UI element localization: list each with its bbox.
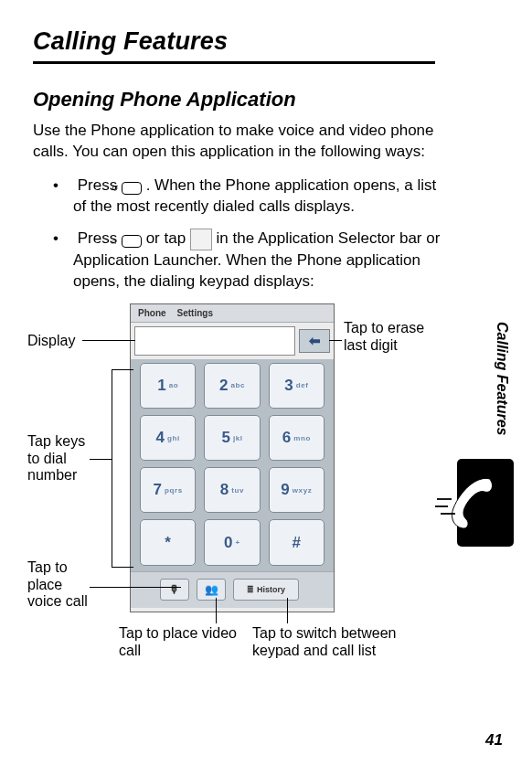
video-icon: 👥 xyxy=(205,583,218,596)
lead-voice xyxy=(90,587,181,588)
key-4-num: 4 xyxy=(156,429,165,447)
lead-display xyxy=(82,340,135,341)
key-6[interactable]: 6mno xyxy=(269,415,325,461)
key-hash-num: # xyxy=(293,534,301,552)
history-button[interactable]: ≣ History xyxy=(233,579,299,601)
key-8-num: 8 xyxy=(220,481,229,499)
video-call-button[interactable]: 👥 xyxy=(197,579,226,601)
backspace-icon: ⬅ xyxy=(309,333,321,349)
lead-keys-v xyxy=(112,369,112,567)
title-rule xyxy=(33,61,435,64)
history-label: History xyxy=(257,585,285,594)
key-6-num: 6 xyxy=(282,429,291,447)
key-9-num: 9 xyxy=(281,481,289,499)
callout-voice: Tap to place voice call xyxy=(27,559,101,612)
key-9[interactable]: 9wxyz xyxy=(269,467,325,513)
bullet-2: Press ⌂ or tap in the Application Select… xyxy=(33,229,446,293)
key-3-num: 3 xyxy=(284,377,293,395)
key-8-sub: tuv xyxy=(231,486,244,495)
key-3[interactable]: 3def xyxy=(269,363,325,409)
key-1[interactable]: 1ao xyxy=(140,363,196,409)
key-0[interactable]: 0+ xyxy=(204,519,260,565)
lead-keys-h3 xyxy=(90,459,112,460)
list-icon: ≣ xyxy=(247,585,254,594)
key-7-num: 7 xyxy=(154,481,162,499)
handset-illustration xyxy=(457,459,514,547)
callout-display: Display xyxy=(27,333,75,350)
voice-call-button[interactable]: 🎙 xyxy=(160,579,189,601)
key-2-num: 2 xyxy=(219,377,228,395)
key-1-sub: ao xyxy=(169,381,179,389)
key-7[interactable]: 7pqrs xyxy=(140,467,196,513)
key-9-sub: wxyz xyxy=(293,486,313,495)
key-2[interactable]: 2abc xyxy=(204,363,260,409)
key-hash[interactable]: # xyxy=(269,519,325,565)
key-0-sub: + xyxy=(236,538,240,547)
bullet-1: Press ↺ . When the Phone application ope… xyxy=(33,176,446,218)
callout-video: Tap to place video call xyxy=(119,625,247,660)
lead-video xyxy=(216,598,217,623)
key-4-sub: ghi xyxy=(167,434,180,442)
key-3-sub: def xyxy=(296,381,309,389)
menu-settings[interactable]: Settings xyxy=(177,308,213,318)
phone-screenshot: Phone Settings ⬅ 1ao 2abc 3def 4ghi 5jkl… xyxy=(130,303,335,612)
key-4[interactable]: 4ghi xyxy=(140,415,196,461)
key-star-num: * xyxy=(165,534,171,552)
softkey-row: 🎙 👥 ≣ History xyxy=(131,571,334,608)
dial-keypad: 1ao 2abc 3def 4ghi 5jkl 6mno 7pqrs 8tuv … xyxy=(131,359,334,571)
page-number: 41 xyxy=(485,731,503,750)
key-8[interactable]: 8tuv xyxy=(204,467,260,513)
key-1-num: 1 xyxy=(157,377,165,395)
key-5-num: 5 xyxy=(221,429,229,447)
home-key-icon: ⌂ xyxy=(122,235,142,248)
phone-app-icon xyxy=(190,229,212,250)
section-heading: Opening Phone Application xyxy=(33,88,499,112)
key-star[interactable]: * xyxy=(140,519,196,565)
intro-paragraph: Use the Phone application to make voice … xyxy=(33,121,446,163)
key-0-num: 0 xyxy=(224,534,232,552)
key-7-sub: pqrs xyxy=(165,486,183,495)
bullet2-text-b: or tap xyxy=(146,229,190,247)
key-5-sub: jkl xyxy=(233,434,243,442)
mic-icon: 🎙 xyxy=(169,583,180,596)
lead-history xyxy=(287,598,288,623)
callout-erase: Tap to erase last digit xyxy=(344,320,426,355)
callout-history: Tap to switch between keypad and call li… xyxy=(252,625,408,660)
send-key-icon: ↺ xyxy=(122,182,142,195)
phone-menubar: Phone Settings xyxy=(131,304,334,323)
lead-erase xyxy=(329,340,342,341)
key-5[interactable]: 5jkl xyxy=(204,415,260,461)
page-title: Calling Features xyxy=(33,27,499,56)
erase-button[interactable]: ⬅ xyxy=(299,329,330,353)
menu-phone[interactable]: Phone xyxy=(138,308,166,318)
key-6-sub: mno xyxy=(293,434,311,442)
lead-keys-h2 xyxy=(112,567,133,568)
lead-keys-h1 xyxy=(112,369,133,370)
side-tab-label: Calling Features xyxy=(494,322,510,435)
dialed-number-display[interactable] xyxy=(134,326,295,356)
keypad-diagram: Phone Settings ⬅ 1ao 2abc 3def 4ghi 5jkl… xyxy=(33,303,446,678)
key-2-sub: abc xyxy=(230,381,245,389)
